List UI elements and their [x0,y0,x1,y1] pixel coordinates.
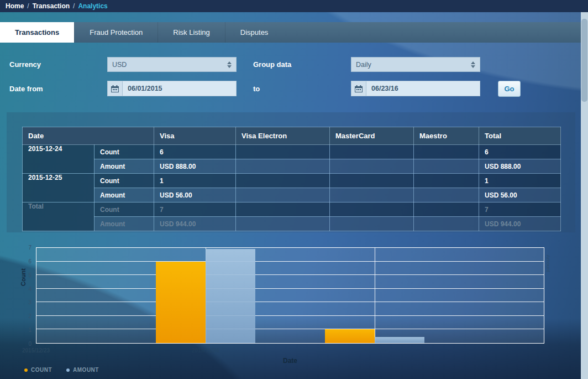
y-tick-label: 5 [28,272,32,278]
visa-electron-cell [236,145,330,159]
y-axis-title-amount: Amount [545,247,551,280]
h-gridline [36,274,544,275]
group-data-select-value: Daily [356,61,371,69]
legend-count-label: COUNT [31,367,52,373]
v-gridline [375,248,375,343]
currency-label: Currency [9,60,41,69]
tab-bar: Transactions Fraud Protection Risk Listi… [0,22,581,43]
table-row: Amount USD 56.00 USD 56.00 [23,188,561,203]
date-from-value: 06/01/2015 [123,85,162,92]
breadcrumb-analytics: Analytics [78,2,107,10]
x-tick-label: 2015/12/23 [22,347,50,354]
total-cell: 7 [479,203,561,217]
y-tick-label: 2 [28,313,32,319]
chart: Count 01234567 Amount Date COUNT AMOUNT … [0,242,581,379]
group-data-label: Group data [253,60,291,69]
legend-item-amount[interactable]: AMOUNT [66,367,99,373]
tab-transactions[interactable]: Transactions [0,22,74,43]
header-visa-electron: Visa Electron [236,127,330,145]
metric-cell: Amount [95,188,154,203]
x-tick-label: 2015/12/24 [192,347,219,354]
vertical-scrollbar[interactable] [581,12,588,379]
visa-cell: USD 888.00 [154,159,236,174]
visa-cell: USD 56.00 [154,188,236,203]
y-tick-label: 0 [28,341,32,347]
mastercard-cell [330,188,414,203]
visa-cell: 1 [154,174,236,188]
legend-item-count[interactable]: COUNT [24,367,52,373]
calendar-icon [108,81,123,96]
date-cell: Total [23,203,95,231]
filter-panel: Currency USD Group data Daily Date from … [0,53,581,104]
calendar-icon [351,81,366,96]
total-cell: 1 [479,174,561,188]
metric-cell: Amount [95,217,154,231]
visa-cell: 6 [154,145,236,159]
mastercard-cell [330,145,414,159]
table-header-row: Date Visa Visa Electron MasterCard Maest… [23,127,561,145]
x-axis-title: Date [36,357,544,365]
count-legend-marker-icon [24,368,28,372]
date-to-value: 06/23/16 [366,85,398,92]
updown-arrows-icon [227,61,232,68]
maestro-cell [414,217,479,231]
updown-arrows-icon [471,61,475,68]
header-total: Total [479,127,561,145]
table-row: Amount USD 888.00 USD 888.00 [23,159,561,174]
date-cell: 2015-12-24 [23,145,95,174]
date-from-label: Date from [9,85,43,93]
visa-electron-cell [236,203,330,217]
total-cell: 6 [479,145,561,159]
mastercard-cell [330,203,414,217]
y-tick-label: 1 [28,327,32,333]
count-bar [156,262,206,343]
date-to-input[interactable]: 06/23/16 [351,81,480,96]
h-gridline [36,302,544,302]
visa-electron-cell [236,188,330,203]
y-tick-label: 7 [28,245,32,251]
header-maestro: Maestro [414,127,479,145]
visa-electron-cell [236,159,330,174]
header-visa: Visa [154,127,236,145]
visa-cell: 7 [154,203,236,217]
mastercard-cell [330,217,414,231]
table-row: 2015-12-25 Count 1 1 [23,174,561,188]
tab-disputes[interactable]: Disputes [225,22,284,43]
table-row: 2015-12-24 Count 6 6 [23,145,561,159]
to-label: to [253,85,260,93]
date-from-input[interactable]: 06/01/2015 [107,81,237,96]
tab-risk-listing[interactable]: Risk Listing [158,22,224,43]
mastercard-cell [330,159,414,174]
breadcrumb-separator: / [73,2,75,10]
legend-amount-label: AMOUNT [73,367,99,373]
breadcrumb-transaction[interactable]: Transaction [33,2,70,10]
count-bar [325,329,375,343]
breadcrumb-home[interactable]: Home [6,2,24,10]
currency-select-value: USD [112,61,127,69]
currency-select[interactable]: USD [107,57,237,72]
amount-bar [375,337,424,343]
group-data-select[interactable]: Daily [351,57,480,72]
go-button[interactable]: Go [498,81,521,97]
tab-fraud-protection[interactable]: Fraud Protection [74,22,158,43]
total-cell: USD 56.00 [479,188,561,203]
maestro-cell [414,159,479,174]
x-tick-label: 2015/12/25 [361,347,389,354]
amount-bar [206,249,255,343]
chart-plot [36,247,544,344]
table-total-row: Total Count 7 7 [23,203,561,217]
h-gridline [36,288,544,289]
amount-legend-marker-icon [66,368,70,372]
metric-cell: Count [95,203,154,217]
breadcrumb: Home / Transaction / Analytics [0,0,588,12]
chart-legend: COUNT AMOUNT [24,367,99,373]
h-gridline [36,315,544,316]
visa-cell: USD 944.00 [154,217,236,231]
y-tick-label: 4 [28,285,32,292]
scrollbar-thumb[interactable] [581,19,587,102]
y-tick-label: 6 [28,258,32,264]
maestro-cell [414,203,479,217]
visa-electron-cell [236,217,330,231]
y-tick-label: 3 [28,299,32,305]
h-gridline [36,329,544,329]
